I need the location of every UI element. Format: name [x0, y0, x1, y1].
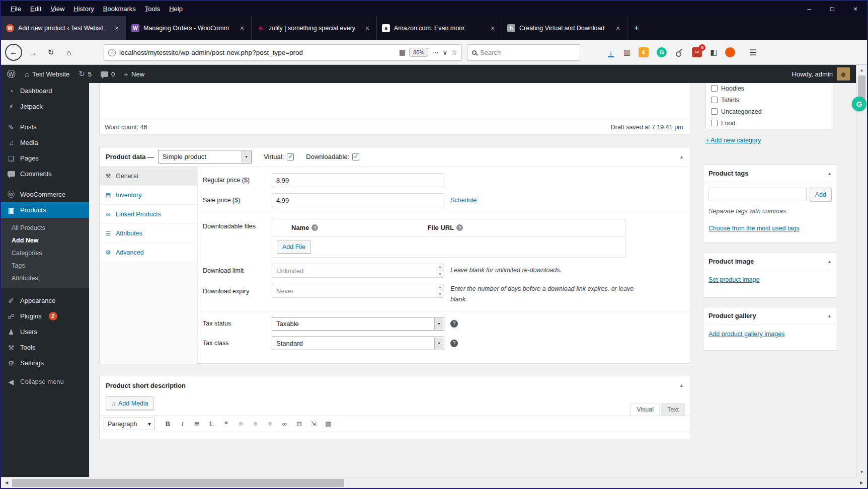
- reader-mode-icon[interactable]: ▤: [399, 48, 406, 56]
- sidebar-toggle-icon[interactable]: ◧: [710, 48, 717, 57]
- tab-advanced[interactable]: ⚙Advanced: [100, 243, 197, 262]
- search-input[interactable]: [480, 49, 575, 56]
- page-actions-icon[interactable]: ⋯: [432, 48, 439, 56]
- scroll-right-button[interactable]: ▶: [856, 477, 867, 488]
- menu-history[interactable]: History: [69, 3, 98, 15]
- close-button[interactable]: ×: [844, 1, 867, 16]
- url-text[interactable]: localhost/mytestsite/wp-admin/post-new.p…: [119, 49, 396, 56]
- sidebar-item-settings[interactable]: ⚙Settings: [1, 355, 89, 371]
- paragraph-select[interactable]: Paragraph▾: [104, 418, 155, 430]
- search-bar[interactable]: [467, 44, 580, 61]
- toolbar-toggle-button[interactable]: ▦: [322, 418, 335, 430]
- visual-tab[interactable]: Visual: [630, 403, 660, 416]
- home-button[interactable]: ⌂: [61, 45, 76, 60]
- url-bar[interactable]: i localhost/mytestsite/wp-admin/post-new…: [104, 44, 462, 61]
- submenu-tags[interactable]: Tags: [1, 259, 89, 272]
- scroll-up-button[interactable]: ▲: [856, 65, 867, 75]
- collapse-menu-button[interactable]: ◀Collapse menu: [1, 374, 89, 389]
- panel-toggle-icon[interactable]: ▲: [827, 313, 832, 318]
- tab-attributes[interactable]: ☰Attributes: [100, 224, 197, 243]
- admin-bar-account[interactable]: Howdy, admin ☻: [792, 67, 850, 80]
- product-type-select[interactable]: Simple product▼: [158, 150, 252, 164]
- add-gallery-images-link[interactable]: Add product gallery images: [708, 331, 784, 338]
- extension-icon[interactable]: [725, 47, 735, 57]
- italic-button[interactable]: I: [176, 418, 189, 430]
- category-item-tshirts[interactable]: Tshirts: [711, 94, 833, 106]
- sidebar-item-appearance[interactable]: ✐Appearance: [1, 293, 89, 308]
- stepper-up-icon[interactable]: ▲: [436, 264, 444, 271]
- align-right-button[interactable]: ≡: [263, 418, 277, 430]
- horizontal-scroll-thumb[interactable]: [12, 479, 344, 487]
- numbered-list-button[interactable]: 1.: [205, 418, 218, 430]
- app-menu-icon[interactable]: ☰: [749, 48, 756, 57]
- help-icon[interactable]: ?: [311, 224, 318, 231]
- add-tag-button[interactable]: Add: [810, 188, 832, 201]
- more-tag-button[interactable]: ⊟: [292, 418, 306, 430]
- menu-edit[interactable]: Edit: [26, 3, 46, 15]
- sidebar-item-products[interactable]: ▣Products: [1, 202, 89, 218]
- tab-amazon[interactable]: a Amazon.com: Evan moor ×: [377, 16, 502, 40]
- forward-button[interactable]: →: [25, 45, 40, 60]
- submenu-add-new[interactable]: Add New: [1, 234, 89, 247]
- fullscreen-button[interactable]: ⇲: [307, 418, 321, 430]
- sidebar-item-media[interactable]: ♫Media: [1, 135, 89, 150]
- sale-price-field[interactable]: [272, 193, 444, 207]
- panel-toggle-icon[interactable]: ▲: [679, 383, 684, 388]
- grammarly-extension-icon[interactable]: G: [657, 47, 667, 57]
- schedule-link[interactable]: Schedule: [450, 197, 477, 204]
- help-icon[interactable]: ?: [456, 224, 463, 231]
- tab-creating-virtual[interactable]: b Creating Virtual and Download ×: [502, 16, 627, 40]
- number-stepper[interactable]: ▲▼: [436, 264, 444, 277]
- tab-inventory[interactable]: ▤Inventory: [100, 186, 197, 205]
- tax-class-select[interactable]: Standard▼: [272, 337, 444, 350]
- sidebar-item-jetpack[interactable]: ⚡Jetpack: [1, 99, 89, 114]
- vertical-scrollbar[interactable]: ▲ ▼: [856, 65, 867, 477]
- add-media-button[interactable]: ♫Add Media: [106, 396, 154, 410]
- bullet-list-button[interactable]: ≣: [190, 418, 204, 430]
- reload-button[interactable]: ↻: [43, 45, 58, 60]
- text-tab[interactable]: Text: [661, 403, 685, 416]
- new-tab-button[interactable]: +: [627, 16, 646, 40]
- add-new-category-link[interactable]: + Add new category: [705, 137, 761, 144]
- site-home-link[interactable]: ⌂Test Website: [25, 70, 69, 78]
- downloadable-checkbox[interactable]: [352, 153, 359, 160]
- panel-toggle-icon[interactable]: ▲: [827, 171, 832, 176]
- tab-zulily[interactable]: ✳ zulily | something special every ×: [252, 16, 377, 40]
- sidebar-item-tools[interactable]: ⚒Tools: [1, 340, 89, 355]
- mail-extension-icon[interactable]: ✉9: [692, 47, 702, 57]
- tab-linked-products[interactable]: ∞Linked Products: [100, 205, 197, 224]
- close-tab-icon[interactable]: ×: [238, 24, 246, 32]
- tab-general[interactable]: ⚒General: [100, 167, 197, 186]
- panel-toggle-icon[interactable]: ▲: [679, 154, 684, 159]
- currency-extension-icon[interactable]: €: [639, 47, 649, 57]
- menu-file[interactable]: File: [6, 3, 26, 15]
- stepper-down-icon[interactable]: ▼: [436, 291, 444, 298]
- category-checkbox[interactable]: [711, 97, 718, 103]
- menu-help[interactable]: Help: [165, 3, 187, 15]
- stepper-up-icon[interactable]: ▲: [436, 284, 444, 291]
- wordpress-logo-icon[interactable]: Ⓦ: [7, 68, 16, 80]
- close-tab-icon[interactable]: ×: [614, 24, 622, 32]
- sidebar-item-users[interactable]: ♟Users: [1, 324, 89, 340]
- most-used-tags-link[interactable]: Choose from the most used tags: [708, 225, 800, 232]
- close-tab-icon[interactable]: ×: [113, 24, 121, 32]
- submenu-all-products[interactable]: All Products: [1, 221, 89, 234]
- regular-price-field[interactable]: [272, 173, 444, 187]
- number-stepper[interactable]: ▲▼: [436, 284, 444, 297]
- close-tab-icon[interactable]: ×: [489, 24, 497, 32]
- sidebar-item-dashboard[interactable]: ◔Dashboard: [1, 83, 89, 99]
- category-checkbox[interactable]: [711, 108, 718, 115]
- zoom-level-badge[interactable]: 80%: [409, 48, 428, 57]
- submenu-attributes[interactable]: Attributes: [1, 272, 89, 284]
- blockquote-button[interactable]: ❝: [219, 418, 233, 430]
- stepper-down-icon[interactable]: ▼: [436, 271, 444, 278]
- align-center-button[interactable]: ≡: [249, 418, 262, 430]
- horizontal-scrollbar[interactable]: ◀ ▶: [1, 477, 867, 488]
- grammarly-widget[interactable]: G: [852, 97, 866, 111]
- short-description-editor-area[interactable]: [100, 432, 690, 439]
- downloads-icon[interactable]: ↓: [606, 48, 615, 57]
- scroll-down-button[interactable]: ▼: [856, 467, 867, 477]
- sidebar-item-posts[interactable]: ✎Posts: [1, 119, 89, 135]
- align-left-button[interactable]: ≡: [234, 418, 248, 430]
- sidebar-item-woocommerce[interactable]: ⓌWooCommerce: [1, 187, 89, 202]
